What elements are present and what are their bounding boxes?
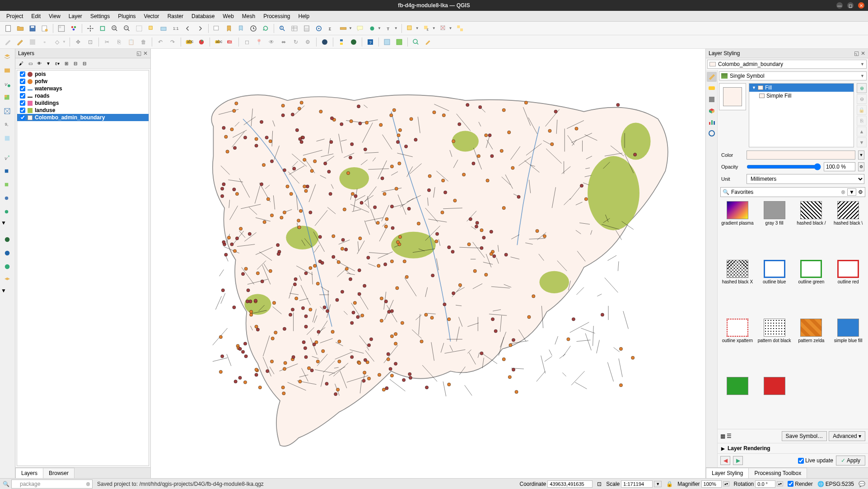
locator-search[interactable]: package⊗ (11, 480, 93, 489)
coordinate-field[interactable] (547, 480, 593, 488)
labels-tab[interactable] (707, 83, 717, 93)
extents-icon[interactable]: ⊡ (597, 481, 602, 487)
tab-processing-toolbox[interactable]: Processing Toolbox (748, 468, 807, 478)
select-by-value-button[interactable]: ε (421, 23, 432, 34)
layer-item-pois[interactable]: pois (17, 71, 149, 78)
remove-symbol-layer-button[interactable]: ⊖ (857, 94, 867, 104)
identify-button[interactable]: i (277, 23, 288, 34)
layer-visibility-checkbox[interactable] (20, 79, 25, 84)
label-red-icon[interactable]: abc (225, 37, 236, 47)
collapse-all-button[interactable]: ⊟ (71, 59, 79, 67)
save-symbol-button[interactable]: Save Symbol… (782, 431, 827, 441)
swatch-hashed-black-X[interactable]: hashed black X (720, 260, 755, 314)
menu-vector[interactable]: Vector (140, 12, 163, 21)
icon-view-button[interactable]: ▦ (720, 433, 725, 439)
tab-browser[interactable]: Browser (43, 468, 75, 478)
unit-select[interactable]: Millimeters (747, 174, 864, 184)
live-update-checkbox[interactable] (798, 458, 804, 464)
swatch-pattern-zelda[interactable]: pattern zelda (794, 319, 829, 373)
swatch-gradient-plasma[interactable]: gradient plasma (720, 201, 755, 255)
new-spatialite-button[interactable] (1, 165, 14, 178)
crs-button[interactable]: 🌐 EPSG:5235 (817, 481, 854, 487)
panel-close-button[interactable]: ✕ (143, 50, 148, 56)
swatch-simple-blue-fill[interactable]: simple blue fill (831, 319, 865, 373)
swatch-gray-3-fill[interactable]: gray 3 fill (757, 201, 792, 255)
undo-button[interactable]: ↶ (155, 37, 166, 47)
measure-button[interactable] (338, 23, 349, 34)
diagrams-tab[interactable] (707, 117, 717, 127)
opacity-override-button[interactable]: ⚙ (858, 162, 864, 171)
copy-button[interactable]: ⎘ (114, 37, 125, 47)
magnifier-field[interactable] (701, 480, 722, 488)
menu-mesh[interactable]: Mesh (238, 12, 259, 21)
style-forward-button[interactable]: ▶ (733, 456, 743, 465)
layer-visibility-checkbox[interactable] (20, 86, 25, 91)
menu-settings[interactable]: Settings (87, 12, 113, 21)
map-tips-button[interactable] (355, 23, 365, 34)
3d-tab[interactable] (707, 106, 717, 116)
save-edits-button[interactable] (27, 37, 38, 47)
filter-legend-button[interactable]: ▼ (44, 59, 52, 67)
menu-project[interactable]: Project (3, 12, 27, 21)
new-project-button[interactable] (3, 23, 14, 34)
expand-all-button[interactable]: ⊞ (62, 59, 70, 67)
geonode-button[interactable] (1, 274, 14, 287)
expand-icon[interactable]: ▶ (721, 446, 725, 451)
menu-database[interactable]: Database (188, 12, 218, 21)
map-canvas[interactable] (151, 49, 705, 478)
menu-plugins[interactable]: Plugins (114, 12, 139, 21)
layer-visibility-checkbox[interactable] (20, 100, 25, 106)
layer-visibility-checkbox[interactable] (20, 93, 25, 99)
menu-view[interactable]: View (45, 12, 64, 21)
field-calculator-button[interactable] (301, 23, 312, 34)
temporal-controller-button[interactable] (248, 23, 259, 34)
add-mesh-button[interactable] (1, 105, 14, 118)
attribute-table-button[interactable] (289, 23, 300, 34)
cut-button[interactable]: ✂ (102, 37, 112, 47)
add-vector-button[interactable]: V (1, 78, 14, 90)
duplicate-symbol-button[interactable]: ⎘ (857, 116, 867, 126)
symbology-tab[interactable] (707, 72, 717, 82)
deselect-button[interactable] (438, 23, 449, 34)
labeling-button[interactable]: abc (184, 37, 195, 47)
zoom-next-button[interactable] (195, 23, 205, 34)
select-features-button[interactable] (405, 23, 415, 34)
layer-item-landuse[interactable]: landuse (17, 107, 149, 114)
qms-button[interactable] (319, 37, 330, 47)
new-gpx-button[interactable] (1, 206, 14, 219)
move-down-button[interactable]: ▼ (857, 137, 867, 147)
rotate-label-button[interactable]: ↻ (290, 37, 301, 47)
window-close-button[interactable]: ✕ (858, 2, 864, 9)
symbol-layer-tree[interactable]: ▼Fill Simple Fill (749, 83, 854, 147)
georef-button[interactable] (382, 37, 392, 47)
swatch-unnamed[interactable] (720, 377, 755, 426)
lock-symbol-button[interactable]: 🔒 (857, 105, 867, 115)
redo-button[interactable]: ↷ (167, 37, 178, 47)
zoom-out-button[interactable] (121, 23, 132, 34)
new-geopackage-button[interactable] (1, 64, 14, 77)
layer-visibility-checkbox[interactable] (20, 115, 25, 120)
wms-button[interactable] (1, 233, 14, 246)
tab-layer-styling[interactable]: Layer Styling (706, 468, 749, 478)
new-map-view-button[interactable] (211, 23, 222, 34)
scale-field[interactable] (621, 480, 653, 488)
search-dropdown[interactable]: ▼ (847, 188, 856, 196)
opacity-slider[interactable] (747, 163, 821, 170)
panel-undock-button[interactable]: ◱ (854, 50, 859, 56)
add-group-button[interactable]: ▭ (26, 59, 34, 67)
python-button[interactable] (336, 37, 347, 47)
new-annotation-button[interactable] (367, 23, 378, 34)
style-back-button[interactable]: ◀ (720, 456, 730, 465)
new-bookmark-button[interactable] (224, 23, 234, 34)
rotation-field[interactable] (755, 480, 775, 488)
layer-visibility-checkbox[interactable] (20, 108, 25, 113)
menu-help[interactable]: Help (295, 12, 313, 21)
window-maximize-button[interactable]: ◻ (847, 2, 854, 9)
select-all-button[interactable] (455, 23, 466, 34)
tab-layers[interactable]: Layers (15, 468, 43, 478)
advanced-button[interactable]: Advanced ▾ (829, 431, 865, 441)
open-project-button[interactable] (15, 23, 26, 34)
add-raster-button[interactable] (1, 91, 14, 104)
vertex-tool-button[interactable]: ⊡ (85, 37, 96, 47)
layer-item-roads[interactable]: roads (17, 92, 149, 99)
